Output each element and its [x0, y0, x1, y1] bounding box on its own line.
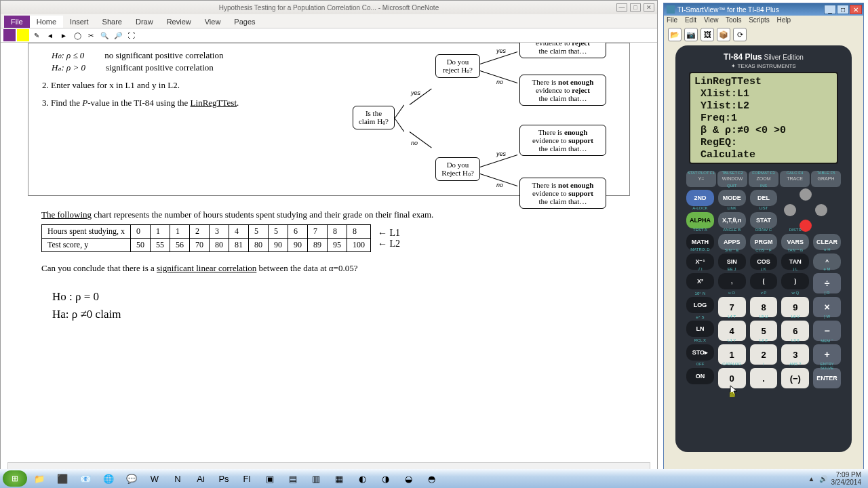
fullscreen-icon[interactable]: ⛶	[125, 29, 138, 41]
flow-no-2: no	[496, 79, 503, 85]
key-dot[interactable]: .	[750, 368, 778, 388]
taskbar-ai-icon[interactable]: Ai	[190, 470, 212, 487]
key-on[interactable]: ON	[686, 368, 714, 384]
tray-time[interactable]: 7:09 PM	[831, 471, 862, 479]
menu-scripts[interactable]: Scripts	[749, 16, 770, 24]
minimize-button[interactable]: —	[616, 3, 627, 12]
dpad-left[interactable]	[784, 204, 796, 216]
onenote-titlebar: Hypothesis Testing for a Population Corr…	[1, 1, 657, 14]
taskbar-app3-icon[interactable]: ▤	[282, 470, 304, 487]
tab-review[interactable]: Review	[160, 16, 198, 28]
sv-maximize-button[interactable]: □	[837, 5, 849, 14]
taskbar-app9-icon[interactable]: ◓	[420, 470, 442, 487]
taskbar-explorer-icon[interactable]: 📁	[28, 470, 50, 487]
tab-pages[interactable]: Pages	[227, 16, 262, 28]
key-trace[interactable]: TRACE	[780, 171, 810, 187]
arrow-left-icon[interactable]: ◄	[44, 29, 56, 41]
key-lparen[interactable]: (	[750, 273, 778, 289]
smartview-titlebar: TI-SmartView™ for the TI-84 Plus _ □ ✕	[664, 3, 863, 16]
dpad-right[interactable]	[815, 204, 827, 216]
taskbar-chrome-icon[interactable]: 🌐	[98, 470, 119, 487]
eraser-icon[interactable]: ✂	[85, 29, 97, 41]
menu-edit[interactable]: Edit	[685, 16, 696, 24]
key-0[interactable]: 0	[718, 368, 746, 388]
key-del[interactable]: DEL	[750, 190, 778, 206]
key-neg[interactable]: (−)	[781, 368, 809, 388]
arrow-right-icon[interactable]: ►	[58, 29, 70, 41]
taskbar: ⊞ 📁 ⬛ 📧 🌐 💬 W N Ai Ps Fl ▣ ▤ ▥ ▦ ◐ ◑ ◒ ◓…	[0, 469, 868, 488]
key-x2[interactable]: X²	[686, 273, 714, 289]
top-content-box: H₀: ρ ≤ 0no significant positive correla…	[28, 43, 630, 196]
key-mode[interactable]: MODE	[718, 190, 746, 206]
key-stat[interactable]: STAT	[750, 212, 778, 228]
tray-date[interactable]: 3/24/2014	[831, 479, 862, 486]
highlighter-icon[interactable]	[17, 29, 29, 41]
taskbar-outlook-icon[interactable]: 📧	[75, 470, 96, 487]
hw-ha: Ha: ρ ≠0 claim	[52, 308, 650, 321]
data-table: Hours spent studying, x 011234556788 Tes…	[41, 224, 371, 252]
example-section: The following The following chart repres…	[41, 209, 650, 321]
taskbar-fl-icon[interactable]: Fl	[236, 470, 258, 487]
start-button[interactable]: ⊞	[3, 470, 27, 487]
smartview-menubar: File Edit View Tools Scripts Help	[664, 16, 863, 26]
taskbar-ps-icon[interactable]: Ps	[213, 470, 235, 487]
tray-icon[interactable]: 🔊	[819, 475, 827, 483]
flow-q2: Do you reject H₀?	[435, 54, 480, 78]
tab-file[interactable]: File	[4, 16, 30, 28]
sv-tool5-icon[interactable]: ⟳	[733, 28, 747, 41]
close-button[interactable]: ✕	[644, 3, 654, 12]
table-row: Test score, y 5055567080818090908995100	[42, 239, 371, 252]
menu-view[interactable]: View	[704, 16, 719, 24]
taskbar-app6-icon[interactable]: ◐	[351, 470, 373, 487]
tab-insert[interactable]: Insert	[63, 16, 96, 28]
zoom-out-icon[interactable]: 🔍	[98, 29, 111, 41]
zoom-in-icon[interactable]: 🔎	[112, 29, 124, 41]
tab-view[interactable]: View	[198, 16, 228, 28]
sv-tool3-icon[interactable]: 🖼	[701, 28, 714, 41]
onenote-page[interactable]: H₀: ρ ≤ 0no significant positive correla…	[7, 43, 650, 460]
key-ln[interactable]: LN	[686, 321, 714, 337]
tray-icon[interactable]: ▲	[808, 475, 815, 483]
key-sto[interactable]: STO▸	[686, 344, 714, 361]
pen-tool-icon[interactable]	[3, 29, 16, 41]
tab-share[interactable]: Share	[96, 16, 129, 28]
sv-tool1-icon[interactable]: 📂	[668, 28, 682, 41]
calc-header: TI-84 Plus Silver Edition ✦ TEXAS INSTRU…	[681, 51, 846, 72]
sv-tool4-icon[interactable]: 📦	[717, 28, 730, 41]
flow-no-3: no	[496, 182, 503, 188]
menu-file[interactable]: File	[667, 16, 677, 24]
smartview-window: TI-SmartView™ for the TI-84 Plus _ □ ✕ F…	[663, 3, 864, 474]
taskbar-app8-icon[interactable]: ◒	[397, 470, 419, 487]
dpad-up[interactable]	[800, 188, 812, 201]
smartview-toolbar: 📂 📷 🖼 📦 ⟳	[664, 26, 863, 43]
pen2-icon[interactable]: ✎	[31, 29, 43, 41]
menu-tools[interactable]: Tools	[726, 16, 741, 24]
key-comma[interactable]: ,	[718, 273, 746, 289]
taskbar-app2-icon[interactable]: ▣	[259, 470, 281, 487]
sv-tool2-icon[interactable]: 📷	[684, 28, 698, 41]
key-xton[interactable]: X,T,θ,n	[718, 212, 746, 228]
key-graph[interactable]: GRAPH	[811, 171, 841, 187]
taskbar-onenote-icon[interactable]: N	[167, 470, 189, 487]
flow-r2: There is not enoughevidence to rejectthe…	[519, 75, 606, 106]
sv-minimize-button[interactable]: _	[824, 5, 836, 14]
taskbar-app5-icon[interactable]: ▦	[328, 470, 350, 487]
tab-home[interactable]: Home	[30, 16, 63, 28]
key-y-equals[interactable]: Y=	[686, 171, 716, 187]
taskbar-app7-icon[interactable]: ◑	[374, 470, 396, 487]
key-rparen[interactable]: )	[781, 273, 809, 289]
key-alpha[interactable]: ALPHA	[686, 212, 714, 228]
menu-help[interactable]: Help	[777, 16, 791, 24]
key-enter[interactable]: ENTER	[813, 368, 841, 388]
maximize-button[interactable]: □	[630, 3, 641, 12]
taskbar-app4-icon[interactable]: ▥	[305, 470, 327, 487]
taskbar-skype-icon[interactable]: 💬	[121, 470, 142, 487]
taskbar-app-icon[interactable]: ⬛	[52, 470, 73, 487]
lasso-icon[interactable]: ◯	[71, 29, 83, 41]
taskbar-word-icon[interactable]: W	[144, 470, 165, 487]
sv-close-button[interactable]: ✕	[850, 5, 862, 14]
tab-draw[interactable]: Draw	[129, 16, 160, 28]
decision-flowchart: Is the claim H₀? Do you reject H₀? Do yo…	[349, 43, 620, 221]
key-log[interactable]: LOG	[686, 297, 714, 313]
key-2nd[interactable]: 2ND	[686, 190, 714, 206]
